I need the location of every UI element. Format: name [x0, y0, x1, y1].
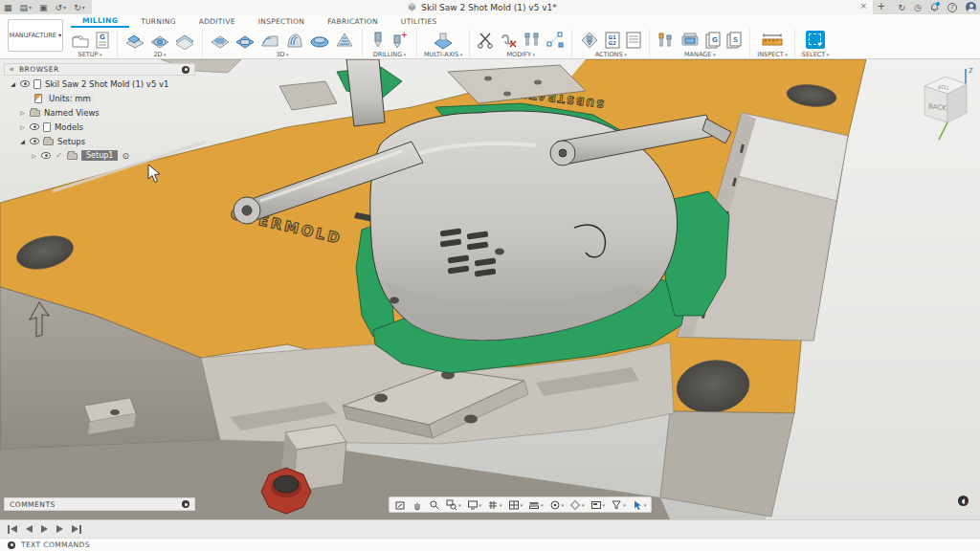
setup-sheet-action-icon[interactable]	[625, 31, 642, 50]
active-setup-icon[interactable]: ⊙	[122, 151, 129, 161]
tab-additive[interactable]: ADDITIVE	[188, 15, 247, 28]
3d-pocket-icon[interactable]	[234, 31, 256, 50]
tree-row-units[interactable]: Units: mm	[4, 92, 195, 104]
expand-icon[interactable]: ▷	[31, 152, 37, 159]
template-library-icon[interactable]: S	[725, 31, 743, 50]
selected-setup-chip[interactable]: Setup1	[81, 150, 118, 161]
close-tab-icon[interactable]: ×	[859, 1, 867, 11]
expand-icon[interactable]: ▷	[19, 109, 26, 116]
expand-icon[interactable]: ◢	[10, 80, 16, 87]
skip-start-button[interactable]	[8, 525, 17, 534]
edit-points-icon[interactable]	[546, 31, 565, 50]
visibility-eye-icon[interactable]	[30, 138, 39, 144]
tab-inspection[interactable]: INSPECTION	[247, 15, 316, 28]
group-label-drilling[interactable]: DRILLING	[373, 51, 407, 58]
skip-end-button[interactable]	[72, 525, 81, 534]
drill-icon[interactable]	[369, 31, 387, 50]
look-at-icon[interactable]: ▾	[569, 499, 585, 511]
comments-options-icon[interactable]	[182, 500, 189, 508]
setup-sheet-icon[interactable]: G	[95, 31, 110, 50]
tree-row-setups[interactable]: ◢ Setups	[4, 135, 195, 147]
step-forward-button[interactable]	[56, 525, 63, 533]
measure-icon[interactable]	[761, 31, 784, 50]
grid-icon[interactable]: ▾	[487, 499, 502, 511]
panel-options-icon[interactable]	[182, 66, 189, 74]
step-back-button[interactable]	[26, 525, 33, 533]
tab-milling[interactable]: MILLING	[71, 15, 129, 28]
pan-icon[interactable]	[412, 499, 423, 511]
edit-tool-icon[interactable]	[523, 31, 542, 50]
expand-icon[interactable]: ▷	[19, 123, 26, 130]
screen-icon[interactable]: ▾	[590, 499, 606, 511]
orbit-icon[interactable]: ▾	[549, 499, 565, 511]
new-tab-button[interactable]: +	[878, 1, 885, 11]
3d-contour-icon[interactable]	[309, 31, 330, 50]
3d-swarf-icon[interactable]	[284, 31, 305, 50]
post-library-icon[interactable]: G	[704, 31, 722, 50]
viewport-canvas[interactable]: OVERMOLD SUBSTRATE	[0, 59, 980, 519]
new-setup-icon[interactable]	[70, 31, 91, 50]
group-label-select[interactable]: SELECT	[802, 51, 830, 58]
group-label-inspect[interactable]: INSPECT	[757, 51, 788, 58]
browser-header[interactable]: « BROWSER	[4, 63, 195, 76]
tree-row-named-views[interactable]: ▷ Named Views	[4, 106, 195, 119]
profile-avatar[interactable]	[966, 2, 976, 12]
tap-icon[interactable]: +	[390, 31, 410, 50]
3d-steep-shallow-icon[interactable]	[259, 31, 280, 50]
visibility-eye-icon[interactable]	[41, 152, 51, 159]
group-label-modify[interactable]: MODIFY	[507, 51, 535, 58]
group-label-2d[interactable]: 2D	[153, 51, 166, 58]
group-label-multiaxis[interactable]: MULTI-AXIS	[424, 51, 462, 58]
delete-passes-icon[interactable]	[500, 31, 519, 50]
2d-face-icon[interactable]	[174, 31, 195, 50]
zoom-window-icon[interactable]: ▾	[446, 499, 461, 511]
play-button[interactable]	[41, 525, 48, 533]
tab-turning[interactable]: TURNING	[129, 15, 188, 28]
text-commands-icon[interactable]	[8, 541, 15, 549]
visibility-eye-icon[interactable]	[30, 123, 39, 130]
select-tool-icon[interactable]	[806, 31, 825, 49]
fit-view-icon[interactable]	[394, 499, 406, 511]
notifications-bell-icon[interactable]	[930, 3, 939, 12]
help-icon[interactable]: ?	[947, 3, 957, 12]
view-cube[interactable]: TOP BACK Z	[911, 63, 974, 145]
multiaxis-icon[interactable]	[432, 31, 455, 50]
tab-fabrication[interactable]: FABRICATION	[316, 15, 390, 28]
expand-icon[interactable]: ◢	[19, 138, 26, 144]
group-label-3d[interactable]: 3D	[276, 51, 288, 58]
assistant-bubble-icon[interactable]: ◖	[958, 496, 969, 506]
visibility-eye-icon[interactable]	[20, 80, 30, 87]
zoom-icon[interactable]	[429, 499, 440, 511]
comments-panel[interactable]: COMMENTS	[4, 497, 195, 511]
file-menu-icon[interactable]: ▤▾	[20, 3, 33, 12]
2d-pocket-icon[interactable]	[149, 31, 170, 50]
select-arrow-icon[interactable]: ▾	[632, 499, 647, 511]
filter-icon[interactable]: ▾	[611, 499, 626, 511]
viewports-icon[interactable]: ▾	[508, 499, 523, 511]
group-label-actions[interactable]: ACTIONS	[595, 51, 627, 58]
steps-icon[interactable]: ▾	[528, 499, 544, 511]
recent-clock-icon[interactable]: ◷	[914, 3, 922, 12]
document-tab[interactable]: Skil Saw 2 Shot Mold (1) v5 v1* ×	[92, 0, 873, 14]
tree-row-document[interactable]: ◢ Skil Saw 2 Shot Mold (1) v5 v1	[4, 77, 195, 90]
3d-adaptive-icon[interactable]	[210, 31, 231, 50]
2d-adaptive-icon[interactable]	[124, 31, 145, 50]
post-process-icon[interactable]: G1G2	[604, 31, 621, 50]
app-grid-icon[interactable]: ▦	[4, 3, 12, 12]
display-settings-icon[interactable]: ▾	[467, 499, 482, 511]
tab-utilities[interactable]: UTILITIES	[390, 15, 449, 28]
tree-row-models[interactable]: ▷ Models	[4, 121, 195, 133]
machine-library-icon[interactable]	[679, 31, 701, 50]
text-commands-label[interactable]: TEXT COMMANDS	[21, 540, 90, 549]
group-label-manage[interactable]: MANAGE	[684, 51, 716, 58]
workspace-selector-button[interactable]: MANUFACTURE ▾	[8, 19, 63, 52]
tree-row-setup1[interactable]: ▷ ✓ Setup1 ⊙	[4, 149, 195, 162]
3d-spiral-icon[interactable]	[334, 31, 355, 50]
collapse-panel-icon[interactable]: «	[10, 65, 14, 74]
job-status-icon[interactable]: ↻	[899, 3, 906, 12]
trim-scissors-icon[interactable]	[477, 31, 496, 50]
tool-library-icon[interactable]	[657, 31, 676, 50]
redo-icon[interactable]: ↻▾	[74, 3, 85, 12]
simulate-icon[interactable]	[579, 31, 600, 50]
undo-icon[interactable]: ↺▾	[56, 3, 67, 12]
